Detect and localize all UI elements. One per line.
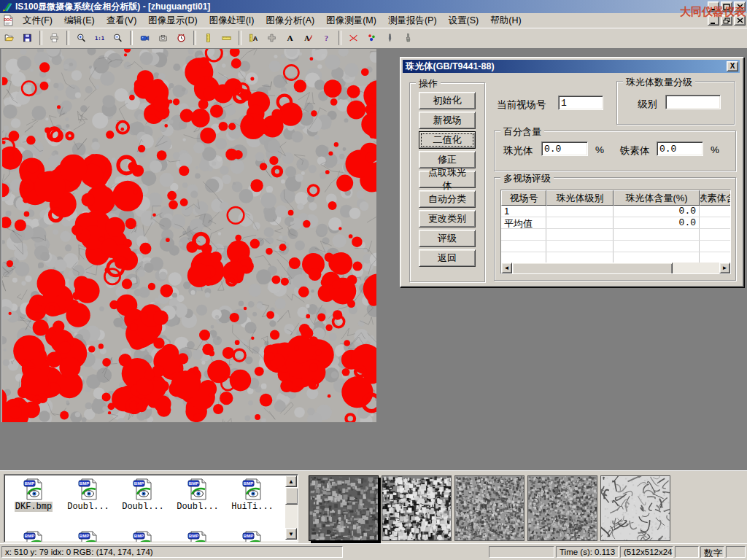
color-points-icon[interactable] xyxy=(363,29,381,47)
dialog-title-bar[interactable]: 珠光体(GB/T9441-88) X xyxy=(403,60,740,73)
op-button-初始化[interactable]: 初始化 xyxy=(419,92,476,109)
bmp-file-icon: BMP xyxy=(241,478,264,501)
file-item-row2[interactable]: BMP xyxy=(62,530,115,542)
file-scroll-up-button[interactable]: ▲ xyxy=(285,475,297,487)
file-item-HuiTi...[interactable]: BMPHuiTi... xyxy=(226,478,279,512)
curve-tool-icon[interactable] xyxy=(344,29,363,47)
dialog-close-button[interactable]: X xyxy=(727,61,738,71)
pearlite-input[interactable] xyxy=(541,141,588,156)
op-button-返回[interactable]: 返回 xyxy=(419,249,476,267)
file-item-row2[interactable]: BMP xyxy=(226,530,279,542)
menu-item-6[interactable]: 图像分析(A) xyxy=(260,13,320,28)
pen-icon[interactable] xyxy=(381,29,399,47)
op-button-二值化[interactable]: 二值化 xyxy=(419,131,476,149)
file-label[interactable]: Doubl... xyxy=(66,502,110,512)
toolbar: 1:1AAA? xyxy=(0,28,747,49)
file-item-Doubl...[interactable]: BMPDoubl... xyxy=(117,478,169,512)
annotate-icon[interactable]: A xyxy=(299,29,317,47)
file-item-row2[interactable]: BMP xyxy=(171,530,224,542)
table-col-header[interactable]: 珠光体级别 xyxy=(546,190,614,206)
table-cell: 平均值 xyxy=(501,217,546,228)
video-camera-icon[interactable] xyxy=(136,29,154,47)
pattern-stamp-icon[interactable] xyxy=(263,29,281,47)
table-hscrollbar[interactable]: ◄ ► xyxy=(501,262,730,273)
table-col-header[interactable]: 珠光体含量(%) xyxy=(614,190,700,206)
save-icon[interactable] xyxy=(18,29,36,47)
grade-input[interactable] xyxy=(665,95,721,109)
zoom-in-icon[interactable] xyxy=(72,29,90,47)
op-button-新视场[interactable]: 新视场 xyxy=(419,112,476,129)
svg-text:BMP: BMP xyxy=(80,534,89,538)
table-row[interactable]: 平均值0.0 xyxy=(501,217,730,229)
file-vscrollbar[interactable]: ▲ ▼ xyxy=(285,475,297,540)
file-label[interactable]: Doubl... xyxy=(176,502,220,512)
menu-item-2[interactable]: 编辑(E) xyxy=(58,13,101,28)
svg-text:DOC: DOC xyxy=(4,18,12,22)
ruler-icon[interactable] xyxy=(217,29,236,47)
table-row[interactable] xyxy=(501,241,730,252)
op-button-评级[interactable]: 评级 xyxy=(419,230,476,247)
file-label[interactable]: Doubl... xyxy=(121,502,165,512)
file-item-row2[interactable]: BMP xyxy=(7,530,60,542)
menu-item-5[interactable]: 图像处理(I) xyxy=(204,13,260,28)
caliper-icon[interactable] xyxy=(199,29,217,47)
file-vscroll-thumb[interactable] xyxy=(285,487,298,505)
file-item-row2[interactable]: BMP xyxy=(117,530,169,542)
ferrite-input[interactable] xyxy=(657,141,703,156)
table-cell: 0.0 xyxy=(614,206,700,217)
zoom-out-icon[interactable] xyxy=(109,29,127,47)
one-to-one-icon[interactable]: 1:1 xyxy=(90,29,109,47)
svg-text:BMP: BMP xyxy=(80,481,89,486)
scroll-left-button[interactable]: ◄ xyxy=(501,262,512,273)
table-row[interactable]: 10.0 xyxy=(501,206,730,217)
menu-item-4[interactable]: 图像显示(D) xyxy=(142,13,203,28)
file-scroll-down-button[interactable]: ▼ xyxy=(285,528,297,540)
metallographic-image[interactable] xyxy=(1,49,376,422)
file-label[interactable]: HuiTi... xyxy=(231,502,274,512)
svg-text:BMP: BMP xyxy=(134,534,144,538)
open-icon[interactable] xyxy=(0,29,18,47)
camera-icon[interactable] xyxy=(154,29,172,47)
table-col-header[interactable]: 铁素体含量(%) xyxy=(700,190,731,206)
menu-item-1[interactable]: 文件(F) xyxy=(17,13,58,28)
table-cell xyxy=(501,252,546,263)
file-label[interactable]: DKF.bmp xyxy=(15,502,53,512)
thumbnail-2[interactable] xyxy=(382,475,452,541)
menu-item-8[interactable]: 测量报告(P) xyxy=(382,13,443,28)
menu-item-10[interactable]: 帮助(H) xyxy=(484,13,527,28)
rating-table: 视场号珠光体级别珠光体含量(%)铁素体含量(%) 10.0平均值0.0 ◄ ► xyxy=(500,190,731,274)
file-item-Doubl...[interactable]: BMPDoubl... xyxy=(171,478,224,512)
hscroll-thumb[interactable] xyxy=(512,262,673,274)
hscroll-track[interactable] xyxy=(673,262,719,273)
table-row[interactable] xyxy=(501,229,730,241)
table-col-header[interactable]: 视场号 xyxy=(501,190,546,206)
thumbnail-1[interactable] xyxy=(309,475,379,541)
brush-icon[interactable] xyxy=(399,29,417,47)
op-button-更改类别[interactable]: 更改类别 xyxy=(419,210,476,228)
op-button-点取珠光体[interactable]: 点取珠光体 xyxy=(419,171,476,188)
ferrite-label: 铁素体 xyxy=(620,144,650,158)
current-field-input[interactable] xyxy=(558,96,603,110)
table-cell xyxy=(700,229,731,240)
menu-item-3[interactable]: 查看(V) xyxy=(101,13,143,28)
table-cell: 1 xyxy=(501,206,546,217)
text-icon[interactable]: A xyxy=(281,29,299,47)
file-item-DKF.bmp[interactable]: BMPDKF.bmp xyxy=(7,478,60,512)
table-cell xyxy=(501,229,546,240)
op-button-自动分类[interactable]: 自动分类 xyxy=(419,190,476,208)
thumbnail-4[interactable] xyxy=(527,475,597,541)
thumbnail-5[interactable] xyxy=(600,475,670,541)
file-item-Doubl...[interactable]: BMPDoubl... xyxy=(62,478,115,512)
scroll-right-button[interactable]: ► xyxy=(719,262,730,273)
measure-text-icon[interactable]: A xyxy=(244,29,263,47)
table-cell xyxy=(700,241,731,252)
menu-item-9[interactable]: 设置(S) xyxy=(443,13,485,28)
clock-icon[interactable] xyxy=(172,29,190,47)
thumbnail-3[interactable] xyxy=(454,475,525,541)
toolbar-separator xyxy=(193,31,196,45)
operation-buttons: 初始化新视场二值化修正点取珠光体自动分类更改类别评级返回 xyxy=(410,83,484,267)
print-icon[interactable] xyxy=(45,29,63,47)
menu-item-7[interactable]: 图像测量(M) xyxy=(320,13,382,28)
vendor-watermark: 大同仪器仪表 xyxy=(680,5,747,19)
help-icon[interactable]: ? xyxy=(317,29,336,47)
